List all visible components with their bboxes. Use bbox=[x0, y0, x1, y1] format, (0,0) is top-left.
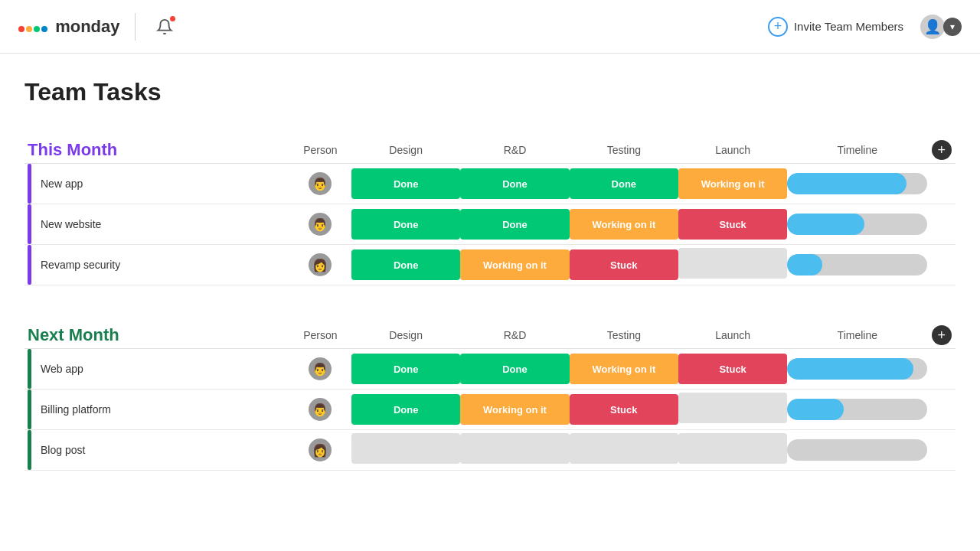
status-rnd[interactable]: Done bbox=[460, 349, 569, 390]
status-design[interactable]: Done bbox=[351, 204, 460, 245]
col-testing: Testing bbox=[570, 316, 678, 349]
status-design[interactable] bbox=[351, 430, 460, 471]
status-rnd[interactable]: Working on it bbox=[460, 390, 569, 430]
status-design[interactable]: Done bbox=[351, 164, 460, 204]
group-title-cell: This Month bbox=[24, 131, 289, 164]
status-launch[interactable] bbox=[678, 245, 787, 285]
person-cell: 👩 bbox=[289, 245, 351, 285]
timeline-fill bbox=[787, 254, 822, 276]
user-avatar-group[interactable]: 👤 ▾ bbox=[919, 13, 962, 41]
status-badge bbox=[678, 433, 787, 464]
person-cell: 👨 bbox=[289, 390, 351, 430]
table-row[interactable]: Web app 👨DoneDoneWorking on itStuck bbox=[24, 349, 956, 390]
status-testing[interactable]: Stuck bbox=[570, 245, 678, 285]
table-this-month: This Month Person Design R&D Testing Lau… bbox=[24, 131, 956, 285]
status-badge: Done bbox=[351, 209, 460, 240]
status-rnd[interactable] bbox=[460, 430, 569, 471]
col-timeline: Timeline bbox=[787, 316, 927, 349]
invite-team-button[interactable]: + Invite Team Members bbox=[768, 17, 903, 37]
status-launch[interactable] bbox=[678, 390, 787, 430]
table-row[interactable]: Revamp security 👩DoneWorking on itStuck bbox=[24, 245, 956, 285]
groups-container: This Month Person Design R&D Testing Lau… bbox=[24, 131, 956, 471]
header-right: + Invite Team Members 👤 ▾ bbox=[768, 13, 962, 41]
status-badge: Stuck bbox=[678, 354, 787, 384]
col-rnd: R&D bbox=[460, 131, 569, 164]
person-cell: 👨 bbox=[289, 164, 351, 204]
status-badge: Working on it bbox=[460, 249, 569, 280]
status-rnd[interactable]: Done bbox=[460, 164, 569, 204]
timeline-bar bbox=[787, 254, 927, 276]
person-cell: 👩 bbox=[289, 430, 351, 471]
table-row[interactable]: New app 👨DoneDoneDoneWorking on it bbox=[24, 164, 956, 204]
status-launch[interactable]: Stuck bbox=[678, 349, 787, 390]
timeline-cell bbox=[787, 390, 927, 430]
status-badge: Stuck bbox=[570, 394, 678, 425]
person-cell: 👨 bbox=[289, 349, 351, 390]
task-name-cell: New app bbox=[24, 164, 289, 204]
group-title: This Month bbox=[28, 140, 117, 159]
col-launch: Launch bbox=[678, 316, 787, 349]
status-launch[interactable]: Working on it bbox=[678, 164, 787, 204]
table-row[interactable]: Billing platform 👨DoneWorking on itStuck bbox=[24, 390, 956, 430]
status-testing[interactable]: Working on it bbox=[570, 349, 678, 390]
avatar: 👩 bbox=[309, 253, 332, 276]
timeline-bar bbox=[787, 214, 927, 235]
status-testing[interactable]: Working on it bbox=[570, 204, 678, 245]
status-badge bbox=[460, 433, 569, 464]
status-testing[interactable] bbox=[570, 430, 678, 471]
add-column-button[interactable]: + bbox=[932, 325, 952, 345]
row-extra bbox=[927, 390, 956, 430]
timeline-cell bbox=[787, 245, 927, 285]
status-badge: Done bbox=[460, 209, 569, 240]
notifications-icon[interactable] bbox=[151, 13, 178, 41]
col-person: Person bbox=[289, 316, 351, 349]
group-color-bar bbox=[28, 430, 31, 470]
status-badge: Working on it bbox=[678, 168, 787, 199]
col-timeline: Timeline bbox=[787, 131, 927, 164]
person-cell: 👨 bbox=[289, 204, 351, 245]
status-rnd[interactable]: Working on it bbox=[460, 245, 569, 285]
group-color-bar bbox=[28, 245, 31, 285]
table-row[interactable]: Blog post 👩 bbox=[24, 430, 956, 471]
status-badge: Stuck bbox=[570, 249, 678, 280]
task-name-cell: Web app bbox=[24, 349, 289, 389]
status-testing[interactable]: Done bbox=[570, 164, 678, 204]
timeline-fill bbox=[787, 173, 906, 194]
avatar: 👨 bbox=[309, 398, 332, 421]
table-row[interactable]: New website 👨DoneDoneWorking on itStuck bbox=[24, 204, 956, 245]
timeline-fill bbox=[787, 358, 913, 380]
group-section-next-month: Next Month Person Design R&D Testing Lau… bbox=[24, 316, 956, 471]
group-color-bar bbox=[28, 164, 31, 204]
timeline-cell bbox=[787, 204, 927, 245]
add-column-button[interactable]: + bbox=[932, 140, 952, 160]
status-design[interactable]: Done bbox=[351, 245, 460, 285]
status-rnd[interactable]: Done bbox=[460, 204, 569, 245]
task-name: Revamp security bbox=[41, 259, 120, 271]
group-title: Next Month bbox=[28, 325, 119, 344]
status-design[interactable]: Done bbox=[351, 349, 460, 390]
status-badge: Done bbox=[351, 354, 460, 384]
page-title: Team Tasks bbox=[24, 78, 956, 106]
status-badge: Stuck bbox=[678, 209, 787, 240]
task-name-cell: Revamp security bbox=[24, 245, 289, 285]
status-badge: Done bbox=[351, 249, 460, 280]
status-badge: Done bbox=[460, 168, 569, 199]
group-color-bar bbox=[28, 390, 31, 429]
status-launch[interactable] bbox=[678, 430, 787, 471]
timeline-bar bbox=[787, 439, 927, 461]
status-badge: Done bbox=[570, 168, 678, 199]
status-badge bbox=[351, 433, 460, 464]
avatar-chevron-icon: ▾ bbox=[943, 18, 962, 36]
task-name-cell: New website bbox=[24, 204, 289, 244]
timeline-fill bbox=[787, 214, 864, 235]
avatar: 👨 bbox=[309, 172, 332, 195]
group-color-bar bbox=[28, 349, 31, 389]
status-design[interactable]: Done bbox=[351, 390, 460, 430]
notification-badge bbox=[168, 15, 177, 23]
monday-logo: monday bbox=[18, 17, 119, 37]
status-testing[interactable]: Stuck bbox=[570, 390, 678, 430]
task-name: New website bbox=[41, 218, 101, 230]
group-section-this-month: This Month Person Design R&D Testing Lau… bbox=[24, 131, 956, 285]
status-launch[interactable]: Stuck bbox=[678, 204, 787, 245]
add-col-header: + bbox=[927, 131, 956, 164]
